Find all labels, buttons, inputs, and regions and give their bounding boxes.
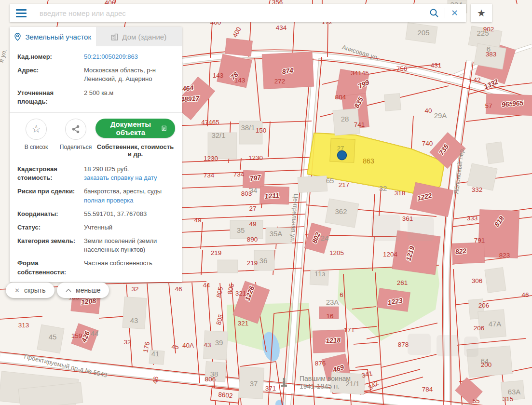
parcel-number-label: 734 bbox=[204, 172, 215, 179]
parcel-main-fields: Кад.номер:50:21:0050209:863Адрес:Московс… bbox=[10, 50, 182, 108]
search-bar: ✕ bbox=[10, 4, 466, 22]
field-row: Уточненная площадь:2 500 кв.м bbox=[10, 86, 182, 108]
parcel-number-label: 45 bbox=[171, 343, 178, 351]
parcel-number-label: 225 bbox=[477, 29, 489, 37]
field-label: Форма собственности: bbox=[17, 259, 84, 276]
parcel-number-label: 333 bbox=[467, 215, 478, 222]
share-button[interactable] bbox=[65, 119, 86, 140]
field-value: банкротства, аресты, судыполная проверка bbox=[84, 187, 162, 204]
collapse-panel-button[interactable]: меньше bbox=[57, 283, 109, 298]
field-value: Для ведения личного подсобного хозяйства bbox=[84, 282, 174, 282]
field-label: Адрес: bbox=[17, 66, 84, 83]
star-outline-icon: ☆ bbox=[31, 124, 41, 135]
field-value: 2 500 кв.м bbox=[84, 89, 113, 106]
parcel-number-label: 32 bbox=[379, 184, 387, 192]
parcel-number-label: 8602 bbox=[218, 391, 233, 399]
document-icon bbox=[162, 124, 166, 132]
field-label: Риски при сделки: bbox=[17, 187, 84, 204]
add-to-list-label: В список bbox=[16, 144, 56, 150]
field-label: Уточненная площадь: bbox=[17, 89, 84, 106]
parcel-number-label: 797 bbox=[249, 173, 262, 182]
close-icon: ✕ bbox=[14, 287, 20, 294]
search-icon[interactable] bbox=[429, 8, 439, 18]
tab-land-parcel[interactable]: Земельный участок bbox=[10, 27, 96, 46]
parcel-number-label: 39 bbox=[215, 338, 223, 347]
parcel-number-label: 46 bbox=[151, 376, 160, 384]
parcel-number-label: 11з bbox=[314, 270, 326, 278]
field-value: Частная собственность bbox=[84, 259, 152, 276]
parcel-number-label: 16 bbox=[326, 312, 333, 320]
parcel-number-label: 35А bbox=[270, 230, 283, 238]
close-icon[interactable]: ✕ bbox=[451, 9, 458, 17]
parcel-number-label: 318 bbox=[395, 189, 406, 197]
parcel-number-label: 1230 bbox=[248, 154, 263, 162]
parcel-number-label: 791 bbox=[474, 237, 485, 244]
parcel-number-label: 37 bbox=[250, 379, 258, 388]
memorial-label: 1941-1945 гг. bbox=[300, 382, 340, 390]
parcel-number-label: 431 bbox=[431, 62, 442, 69]
menu-button[interactable] bbox=[10, 4, 33, 22]
parcel-number-label: 28 bbox=[341, 115, 349, 123]
parcel-number-label: 143 bbox=[234, 77, 246, 84]
parcel-number-label: 34145 bbox=[351, 69, 369, 77]
field-label: Координаты: bbox=[17, 210, 84, 218]
parcel-number-label: 44 bbox=[203, 282, 210, 289]
field-value: 55.591701, 37.767083 bbox=[84, 210, 147, 218]
hide-panel-button[interactable]: ✕ скрыть bbox=[6, 283, 55, 298]
parcel-number-label: 874 bbox=[282, 66, 294, 75]
field-link[interactable]: полная проверка bbox=[84, 196, 162, 205]
parcel-number-label: 965 bbox=[512, 99, 524, 108]
field-value: 18 290 825 руб.заказать справку на дату bbox=[84, 165, 157, 182]
tab-building-label: Дом (здание) bbox=[122, 33, 166, 41]
building-icon bbox=[111, 33, 118, 40]
documents-caption: Собственник, стоимость и др. bbox=[95, 143, 175, 158]
parcel-number-label: 434 bbox=[276, 24, 287, 31]
parcel-detail-fields: Кадастровая стоимость:18 290 825 руб.зак… bbox=[10, 162, 182, 282]
field-row: Статус:Учтенный bbox=[10, 221, 182, 234]
collapse-panel-label: меньше bbox=[76, 286, 100, 294]
field-row: Форма собственности:Частная собственност… bbox=[10, 256, 182, 279]
field-link[interactable]: 50:21:0050209:863 bbox=[84, 53, 138, 61]
parcel-number-label: 38/1 bbox=[241, 123, 255, 132]
field-label: Статус: bbox=[17, 223, 84, 232]
parcel-number-label: 44 bbox=[91, 329, 99, 338]
parcel-number-label: 150 bbox=[256, 127, 267, 134]
search-input[interactable] bbox=[33, 9, 429, 17]
parcel-number-label: 43 bbox=[130, 316, 138, 324]
parcel-number-label: 46 bbox=[521, 291, 529, 298]
object-documents-button[interactable]: Документы объекта bbox=[95, 119, 175, 138]
parcel-number-label: 734 bbox=[233, 171, 245, 178]
chevron-up-icon bbox=[66, 289, 71, 292]
parcel-number-label: 42 bbox=[473, 76, 480, 83]
parcel-number-label: 65 bbox=[326, 176, 334, 185]
field-row: Адрес:Московская область, р-н Ленинский,… bbox=[10, 64, 182, 86]
selected-parcel-marker[interactable] bbox=[338, 151, 347, 160]
parcel-number-label: 219 bbox=[211, 249, 222, 256]
tab-building[interactable]: Дом (здание) bbox=[96, 27, 182, 46]
field-link[interactable]: заказать справку на дату bbox=[84, 174, 157, 182]
parcel-number-label: 47465 bbox=[201, 119, 219, 126]
parcel-number-label: 206 bbox=[474, 324, 485, 332]
parcel-number-label: 1218 bbox=[326, 336, 341, 345]
share-icon bbox=[71, 125, 80, 134]
parcel-number-label: 876 bbox=[315, 360, 326, 367]
parcel-number-label: 784 bbox=[422, 386, 433, 393]
favorites-button[interactable]: ★ bbox=[471, 4, 492, 22]
field-label: Кадастровая стоимость: bbox=[17, 165, 84, 182]
share-label: Поделиться bbox=[56, 144, 95, 150]
parcel-number-label: 878 bbox=[398, 341, 409, 348]
parcel-number-label: 63А bbox=[508, 388, 521, 396]
parcel-number-label: 46 bbox=[175, 285, 182, 293]
add-to-list-button[interactable]: ☆ bbox=[26, 119, 47, 140]
parcel-number-label: 756 bbox=[396, 65, 408, 72]
hide-panel-label: скрыть bbox=[24, 286, 46, 294]
parcel-number-label: 23А bbox=[326, 298, 339, 306]
parcel-number-label: 171 bbox=[344, 326, 355, 334]
field-row: Категория земель:Земли поселений (земли … bbox=[10, 234, 182, 256]
field-value: Московская область, р-н Ленинский, д. Ащ… bbox=[84, 66, 174, 83]
field-row: по документу:Для ведения личного подсобн… bbox=[10, 279, 182, 282]
parcel-actions: ☆ В список Поделиться bbox=[10, 112, 182, 162]
field-label: Категория земель: bbox=[17, 237, 84, 254]
parcel-number-label: 371 bbox=[265, 385, 276, 392]
parcel-number-label: 1211 bbox=[264, 191, 279, 200]
